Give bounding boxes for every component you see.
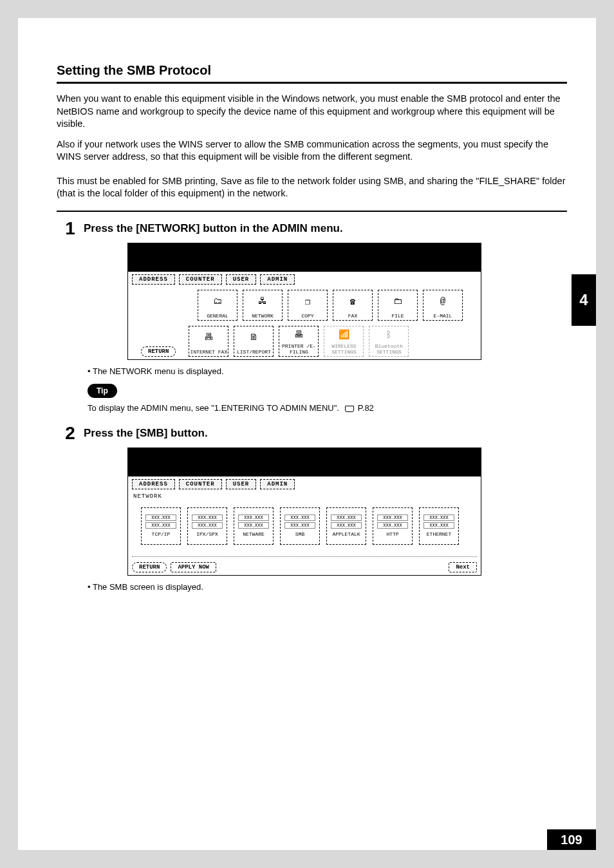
btn-network: 🖧NETWORK <box>243 290 283 321</box>
chapter-side-tab: 4 <box>572 274 596 326</box>
step-1-bullet: The NETWORK menu is displayed. <box>88 366 567 376</box>
tab-address-2: ADDRESS <box>132 479 175 489</box>
printer-icon: 🖶 <box>294 326 303 343</box>
network-menu-screenshot: ADDRESS COUNTER USER ADMIN NETWORK XXX.X… <box>127 448 567 576</box>
tip-text: To display the ADMIN menu, see "1.ENTERI… <box>88 403 567 413</box>
tab-admin-2: ADMIN <box>260 479 295 489</box>
btn-fax: ☎FAX <box>333 290 373 321</box>
tab-counter: COUNTER <box>179 274 222 285</box>
network-screen-label: NETWORK <box>128 492 481 501</box>
btn-smb: XXX.XXXXXX.XXXSMB <box>280 507 320 545</box>
btn-tcpip: XXX.XXXXXX.XXXTCP/IP <box>141 507 181 545</box>
intro-paragraph-2: Also if your network uses the WINS serve… <box>57 138 567 164</box>
btn-file: 🗀FILE <box>378 290 418 321</box>
btn-appletalk: XXX.XXXXXX.XXXAPPLETALK <box>326 507 366 545</box>
btn-netware: XXX.XXXXXX.XXXNETWARE <box>234 507 274 545</box>
step-2: 2 Press the [SMB] button. <box>57 423 567 442</box>
page-number: 109 <box>547 829 596 850</box>
divider-line <box>57 211 567 212</box>
network-icon: 🖧 <box>258 290 267 313</box>
admin-icons-row-1: 🗂GENERAL 🖧NETWORK ❐COPY ☎FAX 🗀FILE @E-MA… <box>128 287 481 323</box>
email-icon: @ <box>440 290 445 313</box>
file-icon: 🗀 <box>393 290 402 313</box>
screen-header-bar-2 <box>128 448 481 476</box>
tab-user-2: USER <box>226 479 257 489</box>
btn-copy: ❐COPY <box>288 290 328 321</box>
tab-counter-2: COUNTER <box>179 479 222 489</box>
tip-badge: Tip <box>88 384 117 398</box>
intro-paragraph-1: When you want to enable this equipment v… <box>57 93 567 131</box>
general-icon: 🗂 <box>213 290 222 313</box>
fax-icon: ☎ <box>350 290 355 313</box>
btn-ethernet: XXX.XXXXXX.XXXETHERNET <box>419 507 459 545</box>
tab-admin: ADMIN <box>260 274 295 285</box>
next-button: Next <box>449 562 477 572</box>
internet-fax-icon: 🖷 <box>204 326 213 349</box>
step-2-bullet: The SMB screen is displayed. <box>88 582 567 592</box>
btn-bluetooth-settings: ᛒBluetooth SETTINGS <box>369 326 409 357</box>
admin-menu-screenshot: ADDRESS COUNTER USER ADMIN 🗂GENERAL 🖧NET… <box>127 243 567 360</box>
step-1: 1 Press the [NETWORK] button in the ADMI… <box>57 218 567 238</box>
section-title: Setting the SMB Protocol <box>57 63 567 84</box>
list-report-icon: 🗎 <box>249 326 258 349</box>
bluetooth-icon: ᛒ <box>386 326 391 343</box>
admin-icons-row-2: RETURN 🖷INTERNET FAX 🗎LIST/REPORT 🖶PRINT… <box>128 323 481 359</box>
book-icon <box>345 406 354 412</box>
wireless-icon: 📶 <box>339 326 349 343</box>
return-button-screen2: RETURN <box>132 562 167 572</box>
step-2-title: Press the [SMB] button. <box>84 423 208 442</box>
step-2-number: 2 <box>57 423 84 442</box>
tip-text-content: To display the ADMIN menu, see "1.ENTERI… <box>88 403 339 413</box>
btn-list-report: 🗎LIST/REPORT <box>234 326 274 357</box>
btn-email: @E-MAIL <box>423 290 463 321</box>
network-buttons-row: XXX.XXXXXX.XXXTCP/IP XXX.XXXXXX.XXXIPX/S… <box>128 501 481 554</box>
screen-header-bar <box>128 243 481 272</box>
btn-wireless-settings: 📶WIRELESS SETTINGS <box>324 326 364 357</box>
step-1-number: 1 <box>57 218 84 238</box>
btn-internet-fax: 🖷INTERNET FAX <box>189 326 228 357</box>
intro-paragraph-3: This must be enabled for SMB printing, S… <box>57 175 567 200</box>
top-tabs-row: ADDRESS COUNTER USER ADMIN <box>128 272 481 287</box>
btn-printer-efiling: 🖶PRINTER /E-FILING <box>279 326 319 357</box>
step-1-title: Press the [NETWORK] button in the ADMIN … <box>84 218 343 238</box>
btn-ipxspx: XXX.XXXXXX.XXXIPX/SPX <box>187 507 227 545</box>
tip-page-ref: P.82 <box>358 403 374 413</box>
tab-user: USER <box>226 274 257 285</box>
return-button-screen1: RETURN <box>141 346 176 357</box>
btn-general: 🗂GENERAL <box>198 290 237 321</box>
copy-icon: ❐ <box>305 290 310 313</box>
btn-http: XXX.XXXXXX.XXXHTTP <box>373 507 413 545</box>
document-page: Setting the SMB Protocol When you want t… <box>18 18 596 850</box>
top-tabs-row-2: ADDRESS COUNTER USER ADMIN <box>128 476 481 492</box>
apply-now-button: APPLY NOW <box>171 562 216 572</box>
network-footer-row: RETURN APPLY NOW Next <box>128 560 481 575</box>
tab-address: ADDRESS <box>132 274 175 285</box>
